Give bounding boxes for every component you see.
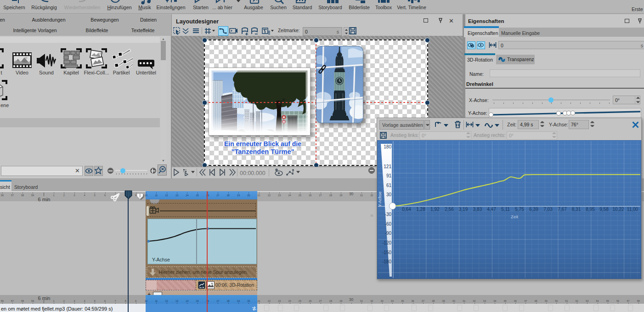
svg-text:91: 91: [386, 173, 392, 178]
svg-text:8,31: 8,31: [572, 207, 581, 212]
svg-text:9,58: 9,58: [599, 207, 609, 212]
svg-text:6,39: 6,39: [529, 207, 538, 212]
svg-text:180: 180: [384, 144, 391, 149]
svg-text:4,47: 4,47: [487, 207, 496, 212]
svg-text:3,19: 3,19: [459, 207, 468, 212]
svg-text:1,92: 1,92: [430, 207, 440, 212]
svg-text:-30: -30: [385, 212, 392, 217]
svg-text:5,11: 5,11: [501, 207, 510, 212]
svg-text:8,95: 8,95: [586, 207, 595, 212]
svg-text:-60: -60: [385, 221, 392, 227]
svg-text:3,83: 3,83: [473, 207, 482, 212]
svg-text:Y-Achse: Y-Achse: [378, 192, 382, 207]
svg-text:10,22: 10,22: [612, 207, 624, 212]
svg-text:-90: -90: [385, 231, 392, 236]
svg-text:7,67: 7,67: [558, 207, 567, 212]
svg-text:-120: -120: [382, 240, 391, 245]
svg-text:2,56: 2,56: [445, 207, 454, 212]
svg-text:-150: -150: [382, 250, 391, 255]
svg-text:61: 61: [386, 183, 392, 188]
svg-text:121: 121: [384, 164, 391, 169]
svg-text:-180: -180: [382, 259, 391, 264]
svg-text:11,00: 11,00: [627, 207, 638, 212]
svg-text:0,64: 0,64: [402, 207, 411, 212]
svg-text:7,03: 7,03: [543, 207, 553, 212]
svg-text:1,28: 1,28: [416, 207, 425, 212]
svg-text:5,75: 5,75: [515, 207, 524, 212]
svg-text:30: 30: [386, 192, 392, 197]
svg-text:Zeit: Zeit: [511, 214, 518, 219]
